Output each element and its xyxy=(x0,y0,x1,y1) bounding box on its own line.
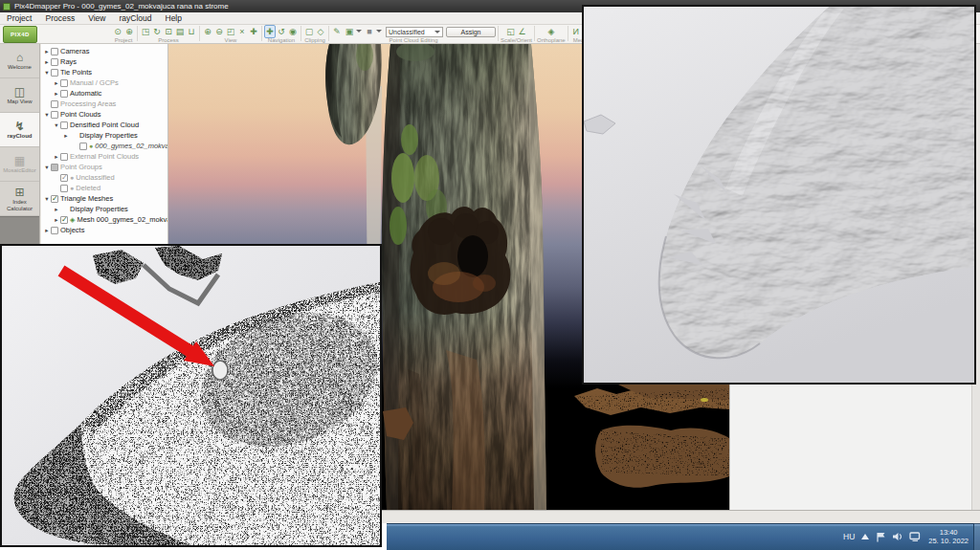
tree-item[interactable]: ▸Objects xyxy=(43,225,167,235)
tree-item[interactable]: ▾Densified Point Cloud xyxy=(43,120,167,130)
tree-item[interactable]: ▸Rays xyxy=(43,56,167,67)
sidebar-item-raycloud[interactable]: ↯rayCloud xyxy=(0,113,39,147)
taskbar-clock[interactable]: 13:4025. 10. 2022 xyxy=(928,528,969,545)
tree-checkbox[interactable] xyxy=(60,121,68,129)
edit-brush-dropdown-wrap[interactable]: ▣ xyxy=(344,26,362,37)
orient-constraint-icon[interactable]: ∠ xyxy=(517,26,528,37)
menu-project[interactable]: Project xyxy=(0,12,38,24)
wireframe-overlay-view[interactable] xyxy=(0,244,382,547)
class-combo[interactable]: Unclassified xyxy=(386,27,443,37)
sidebar-item-label: Map View xyxy=(7,99,32,105)
mesh-icon: ◈ xyxy=(70,216,75,224)
clip-polygon-icon[interactable]: ◇ xyxy=(315,26,326,37)
tree-down-arrow-icon[interactable]: ▾ xyxy=(43,164,51,171)
process-report-icon[interactable]: ▤ xyxy=(174,26,186,37)
tree-checkbox[interactable] xyxy=(60,153,68,161)
tree-checkbox[interactable] xyxy=(51,227,58,234)
nav-pan-icon[interactable]: ✚ xyxy=(264,25,276,38)
tree-item[interactable]: ▾Point Groups xyxy=(43,162,167,172)
tree-checkbox[interactable] xyxy=(60,174,68,182)
sidebar-item-index-calculator[interactable]: ⊞Index Calculator xyxy=(0,182,39,216)
tree-item[interactable]: ▸Display Properties xyxy=(43,204,167,214)
process-step-icon[interactable]: ◳ xyxy=(140,26,151,37)
tree-item[interactable]: ●Deleted xyxy=(43,183,167,193)
zoom-out-icon[interactable]: ⊖ xyxy=(213,26,225,37)
sidebar-item-welcome[interactable]: ⌂Welcome xyxy=(0,44,39,78)
tree-item[interactable]: ▾Tie Points xyxy=(43,67,167,77)
menu-view[interactable]: View xyxy=(81,12,112,24)
tree-checkbox[interactable] xyxy=(60,90,68,98)
tree-checkbox[interactable] xyxy=(51,164,58,171)
show-desktop-button[interactable] xyxy=(973,523,980,550)
volume-icon[interactable] xyxy=(892,532,903,541)
pointcloud-sphere-icon: ● xyxy=(89,143,93,149)
close-view-icon[interactable]: × xyxy=(236,26,248,37)
tree-checkbox[interactable] xyxy=(60,185,68,192)
tree-right-arrow-icon[interactable]: ▸ xyxy=(53,90,60,98)
language-indicator[interactable]: HU xyxy=(843,532,855,541)
tree-checkbox[interactable] xyxy=(51,195,58,203)
process-reoptimize-icon[interactable]: ↻ xyxy=(151,26,163,37)
tree-item[interactable]: ▸Display Properties xyxy=(43,130,167,141)
tree-right-arrow-icon[interactable]: ▸ xyxy=(43,227,51,234)
shaded-mesh-overlay-view[interactable] xyxy=(582,5,976,385)
tree-item[interactable]: ▸Automatic xyxy=(43,88,167,99)
tree-item[interactable]: ▸◈Mesh 000_gymes_02_mokvajuca ra xyxy=(43,214,167,225)
scale-constraint-icon[interactable]: ◱ xyxy=(505,26,517,37)
sidebar-item-label: Welcome xyxy=(8,64,32,71)
polyline-measure-icon[interactable]: И xyxy=(570,26,582,37)
pix4d-home-button[interactable]: PIX4D xyxy=(3,26,37,43)
tree-checkbox[interactable] xyxy=(60,79,68,87)
tree-item[interactable]: ▸External Point Clouds xyxy=(43,151,167,162)
tree-down-arrow-icon[interactable]: ▾ xyxy=(43,69,51,77)
action-center-flag-icon[interactable] xyxy=(876,532,886,542)
tree-right-arrow-icon[interactable]: ▸ xyxy=(62,132,70,140)
fit-view-icon[interactable]: ◰ xyxy=(225,26,236,37)
tree-down-arrow-icon[interactable]: ▾ xyxy=(53,121,60,129)
clip-box-icon[interactable]: ▢ xyxy=(303,26,315,37)
process-queue-icon[interactable]: ⊔ xyxy=(186,26,197,37)
process-rematch-icon[interactable]: ⊡ xyxy=(163,26,174,37)
tree-item[interactable]: Processing Areas xyxy=(43,99,167,109)
tree-item[interactable]: ●000_gymes_02_mokvajuca ran xyxy=(43,141,167,151)
nav-orbit-icon[interactable]: ↺ xyxy=(276,26,287,37)
menu-raycloud[interactable]: rayCloud xyxy=(112,12,158,24)
tree-checkbox[interactable] xyxy=(51,48,58,55)
tree-item[interactable]: ▾Triangle Meshes xyxy=(43,193,167,204)
tree-down-arrow-icon[interactable]: ▾ xyxy=(43,195,51,203)
project-focus-icon[interactable]: ⊕ xyxy=(123,26,135,37)
menu-process[interactable]: Process xyxy=(38,12,81,24)
tree-item[interactable]: ▸Manual / GCPs xyxy=(43,77,167,88)
tray-expand-icon[interactable] xyxy=(860,533,870,540)
tree-right-arrow-icon[interactable]: ▸ xyxy=(43,48,51,55)
zoom-in-icon[interactable]: ⊕ xyxy=(202,26,213,37)
network-icon[interactable] xyxy=(909,532,921,541)
tree-item[interactable]: ●Unclassified xyxy=(43,172,167,183)
tree-checkbox[interactable] xyxy=(60,216,68,224)
tree-checkbox[interactable] xyxy=(79,143,87,150)
menu-help[interactable]: Help xyxy=(159,12,189,24)
tree-right-arrow-icon[interactable]: ▸ xyxy=(53,79,60,87)
assign-button[interactable]: Assign xyxy=(446,27,496,37)
tree-right-arrow-icon[interactable]: ▸ xyxy=(53,216,60,224)
tree-down-arrow-icon[interactable]: ▾ xyxy=(43,111,51,119)
tree-item[interactable]: ▸Cameras xyxy=(43,46,167,56)
tree-checkbox[interactable] xyxy=(51,58,58,66)
tree-checkbox[interactable] xyxy=(51,111,58,119)
orthoplane-icon[interactable]: ◈ xyxy=(546,26,557,37)
tree-right-arrow-icon[interactable]: ▸ xyxy=(53,206,60,213)
edit-class-color-dropdown-wrap[interactable]: ■ xyxy=(364,26,382,37)
toolbar-group-label: Navigation xyxy=(268,37,295,44)
pan-view-icon[interactable]: ✚ xyxy=(248,26,259,37)
project-insight-icon[interactable]: ⊙ xyxy=(112,26,123,37)
sidebar-item-mosaiceditor[interactable]: ▦MosaicEditor xyxy=(0,147,39,182)
tree-checkbox[interactable] xyxy=(51,69,58,77)
tree-checkbox[interactable] xyxy=(51,100,58,108)
tree-right-arrow-icon[interactable]: ▸ xyxy=(43,58,51,66)
sidebar-item-map-view[interactable]: ◫Map View xyxy=(0,78,39,113)
tree-right-arrow-icon[interactable]: ▸ xyxy=(53,153,60,161)
edit-pen-icon[interactable]: ✎ xyxy=(331,26,343,37)
nav-fpv-icon[interactable]: ◉ xyxy=(287,26,299,37)
tree-item[interactable]: ▾Point Clouds xyxy=(43,109,167,120)
clock-time: 13:40 xyxy=(940,528,958,537)
